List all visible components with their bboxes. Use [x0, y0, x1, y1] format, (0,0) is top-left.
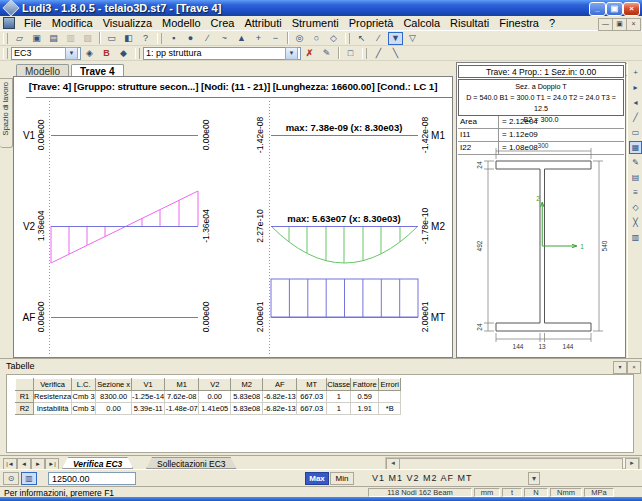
- menu-file[interactable]: File: [19, 17, 47, 29]
- view-config-button[interactable]: ◈: [82, 47, 97, 60]
- section-button[interactable]: ◆: [116, 47, 131, 60]
- code-combobox[interactable]: EC3 ▼: [11, 47, 81, 60]
- col-header-v2: V2: [199, 379, 231, 391]
- diagram-mode-icon[interactable]: ▥: [21, 472, 37, 485]
- table-header-row: Verifica L.C. Sezione x V1 M1 V2 M2 AF M…: [16, 379, 401, 391]
- menu-visualizza[interactable]: Visualizza: [98, 17, 157, 29]
- col-header-m1: M1: [165, 379, 199, 391]
- m1-label: M1: [431, 130, 445, 141]
- m1-left-value: -1.42e-08: [255, 117, 265, 153]
- workspace-panel-tab[interactable]: Spazio di lavoro: [0, 78, 13, 148]
- menu-strumenti[interactable]: Strumenti: [287, 17, 344, 29]
- toolbar-grip[interactable]: [3, 33, 8, 44]
- zoom-out-button[interactable]: ○: [309, 32, 324, 45]
- arc-tool-button[interactable]: ~: [217, 32, 232, 45]
- sheet-tab-verifica-ec3[interactable]: Verifica EC3: [62, 457, 133, 469]
- edit-case-button[interactable]: ✎: [319, 47, 334, 60]
- section-shape-title: Sez. a Doppio T: [459, 81, 623, 92]
- modify-button[interactable]: ∕: [371, 32, 386, 45]
- menu-finestra[interactable]: Finestra: [494, 17, 544, 29]
- chevron-down-icon[interactable]: ▼: [285, 47, 298, 60]
- mdi-restore-button[interactable]: ▣: [612, 18, 627, 31]
- section-dims-line1: D = 540.0 B1 = 300.0 T1 = 24.0 T2 = 24.0…: [459, 92, 623, 114]
- af-label: AF: [23, 312, 36, 323]
- menu-help[interactable]: ?: [544, 17, 560, 29]
- toolbar-grip[interactable]: [157, 33, 162, 44]
- minimize-button[interactable]: _: [589, 2, 606, 16]
- load-case-combobox[interactable]: 1: pp struttura ▼: [143, 47, 301, 60]
- select-button[interactable]: ↖: [354, 32, 369, 45]
- zoom-out-tool-icon[interactable]: ◂: [629, 96, 642, 109]
- diagonal-view-button-2[interactable]: ╲: [388, 47, 403, 60]
- open-button[interactable]: ▱: [12, 32, 27, 45]
- beam-diagram-canvas[interactable]: [Trave: 4] [Gruppo: strutture secon...] …: [13, 76, 453, 358]
- tabelle-close-icon[interactable]: ×: [627, 361, 641, 374]
- position-input[interactable]: 12500.00: [48, 472, 136, 485]
- options-button[interactable]: ◧: [121, 32, 136, 45]
- fit-tool-icon[interactable]: ◇: [629, 201, 642, 214]
- new-window-button[interactable]: □: [343, 47, 358, 60]
- toolbar-grip[interactable]: [135, 48, 140, 59]
- menu-proprieta[interactable]: Proprietà: [344, 17, 399, 29]
- edit-tool-icon[interactable]: ✎: [629, 156, 642, 169]
- beam-tool-button[interactable]: ●: [183, 32, 198, 45]
- grid-tool-icon[interactable]: ▦: [629, 141, 642, 154]
- zoom-window-button[interactable]: ◇: [326, 32, 341, 45]
- tabelle-collapse-icon[interactable]: ▾: [613, 361, 627, 374]
- material-button[interactable]: B: [99, 47, 114, 60]
- max-button[interactable]: Max: [305, 472, 329, 485]
- node-tool-button[interactable]: ▪: [166, 32, 181, 45]
- horizontal-scrollbar[interactable]: ◄ ►: [385, 457, 640, 469]
- toolbar-grip[interactable]: [3, 48, 8, 59]
- delete-case-button[interactable]: ✗: [302, 47, 317, 60]
- probe-tool-button[interactable]: ▲: [234, 32, 249, 45]
- app-icon: [3, 0, 20, 16]
- property-key: I11: [460, 129, 471, 141]
- menu-risultati[interactable]: Risultati: [445, 17, 494, 29]
- toolbar-grip[interactable]: [345, 33, 350, 44]
- preview-button[interactable]: ▭: [104, 32, 119, 45]
- delete-tool-icon[interactable]: ╳: [629, 216, 642, 229]
- axis-2-label: 2: [536, 195, 540, 202]
- list-tool-icon[interactable]: ≡: [629, 186, 642, 199]
- menu-modello[interactable]: Modello: [157, 17, 206, 29]
- fields-dropdown-icon[interactable]: ▾: [528, 472, 540, 485]
- sheet-tab-sollecitazioni-ec3[interactable]: Sollecitazioni EC3: [146, 457, 237, 469]
- layers-tool-icon[interactable]: ▤: [629, 171, 642, 184]
- probe-position-icon[interactable]: ⊙: [3, 472, 19, 485]
- toolbar-grip[interactable]: [362, 48, 367, 59]
- restore-button[interactable]: ▣: [606, 2, 623, 16]
- zoom-in-tool-icon[interactable]: ▸: [629, 81, 642, 94]
- rect-tool-icon[interactable]: ▭: [629, 126, 642, 139]
- copy-button[interactable]: ▤: [46, 32, 61, 45]
- select-tool-icon[interactable]: +: [629, 66, 642, 79]
- menu-crea[interactable]: Crea: [206, 17, 240, 29]
- zoom-in-button[interactable]: ◎: [292, 32, 307, 45]
- row-header-r2[interactable]: R2: [16, 403, 34, 415]
- m2-max-annotation: max: 5.63e07 (x: 8.30e03): [287, 213, 401, 224]
- menu-attributi[interactable]: Attributi: [239, 17, 286, 29]
- row-header-r1[interactable]: R1: [16, 391, 34, 403]
- cross-section-drawing: 300 24 492 24 540 144 13 144 2 1: [460, 141, 624, 353]
- line-tool-button[interactable]: ∕: [200, 32, 215, 45]
- remove-button[interactable]: −: [268, 32, 283, 45]
- add-button[interactable]: +: [251, 32, 266, 45]
- menu-calcola[interactable]: Calcola: [398, 17, 445, 29]
- min-button[interactable]: Min: [330, 472, 354, 485]
- mdi-minimize-button[interactable]: —: [598, 18, 613, 31]
- m2-left-value: 2.27e-10: [255, 209, 265, 243]
- table-tool-icon[interactable]: ▥: [629, 231, 642, 244]
- help-button[interactable]: ?: [138, 32, 153, 45]
- diagonal-view-button[interactable]: ╱: [371, 47, 386, 60]
- chevron-down-icon[interactable]: ▼: [65, 47, 78, 60]
- mt-label: MT: [431, 312, 445, 323]
- close-button[interactable]: ×: [623, 2, 640, 16]
- main-toolbar: ▱ ▣ ▤ ▥ ▨ ▭ ◧ ? ▪ ● ∕ ~ ▲ + − ◎ ○ ◇ ↖ ∕ …: [0, 31, 642, 46]
- save-button[interactable]: ▣: [29, 32, 44, 45]
- light-off-button[interactable]: ▽: [405, 32, 420, 45]
- light-on-button[interactable]: ▼: [388, 32, 403, 45]
- mdi-close-button[interactable]: ×: [626, 18, 641, 31]
- line-tool-icon[interactable]: ╱: [629, 111, 642, 124]
- col-header-lc: L.C.: [72, 379, 96, 391]
- menu-modifica[interactable]: Modifica: [47, 17, 98, 29]
